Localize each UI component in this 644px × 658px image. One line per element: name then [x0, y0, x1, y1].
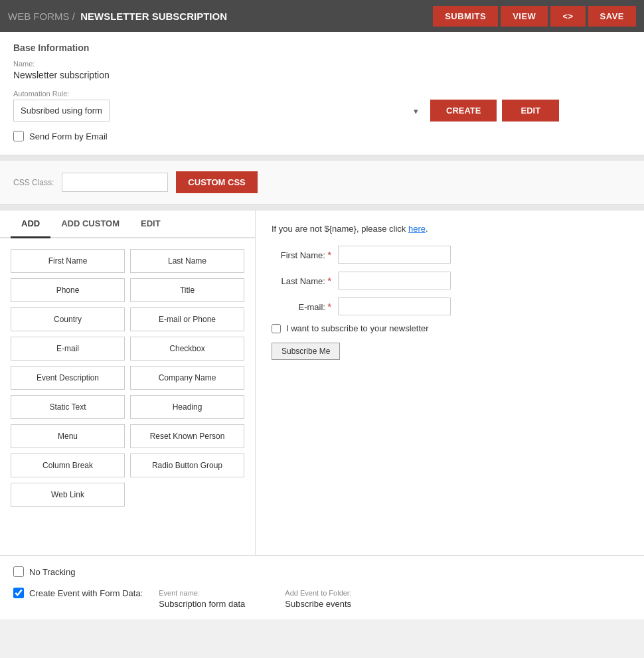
- send-email-checkbox[interactable]: [13, 131, 24, 141]
- custom-css-button[interactable]: CUSTOM CSS: [176, 171, 257, 193]
- create-event-checkbox[interactable]: [13, 588, 24, 598]
- email-label: E-mail: *: [272, 301, 338, 312]
- event-row: Create Event with Form Data: Event name:…: [13, 588, 631, 609]
- tabs: ADD ADD CUSTOM EDIT: [0, 210, 255, 238]
- field-btn-email[interactable]: E-mail: [11, 337, 125, 361]
- event-name-value: Subscription form data: [159, 599, 245, 609]
- event-name-label: Event name:: [159, 589, 245, 597]
- no-tracking-label: No Tracking: [29, 567, 75, 577]
- field-btn-event-description[interactable]: Event Description: [11, 366, 125, 390]
- last-name-label: Last Name: *: [272, 276, 338, 286]
- send-email-row: Send Form by Email: [13, 131, 631, 141]
- email-required: *: [328, 301, 331, 312]
- page-title-text: NEWSLETTER SUBSCRIPTION: [80, 11, 227, 22]
- separator-1: [0, 155, 644, 161]
- right-panel: If you are not ${name}, please click her…: [256, 210, 644, 555]
- subscribe-newsletter-checkbox[interactable]: [272, 324, 281, 333]
- field-btn-last-name[interactable]: Last Name: [130, 249, 244, 273]
- css-class-label: CSS Class:: [13, 178, 54, 187]
- first-name-row: First Name: *: [272, 246, 628, 264]
- first-name-input[interactable]: [338, 246, 451, 264]
- field-btn-empty: [130, 483, 244, 507]
- first-name-required: *: [328, 250, 331, 260]
- field-btn-radio-button-group[interactable]: Radio Button Group: [130, 453, 244, 477]
- css-class-input[interactable]: [62, 173, 168, 192]
- separator-2: [0, 205, 644, 210]
- form-preview: If you are not ${name}, please click her…: [272, 224, 628, 360]
- field-btn-column-break[interactable]: Column Break: [11, 453, 125, 477]
- no-tracking-row: No Tracking: [13, 566, 631, 577]
- breadcrumb: WEB FORMS /: [8, 11, 75, 22]
- subscribe-checkbox-row: I want to subscribe to your newsletter: [272, 323, 628, 333]
- view-button[interactable]: VIEW: [501, 6, 548, 27]
- left-panel: ADD ADD CUSTOM EDIT First Name Last Name…: [0, 210, 256, 555]
- last-name-required: *: [328, 276, 331, 286]
- subscribe-me-button[interactable]: Subscribe Me: [272, 343, 340, 360]
- edit-button[interactable]: EDIT: [502, 100, 559, 122]
- page-title: WEB FORMS / NEWSLETTER SUBSCRIPTION: [8, 11, 433, 22]
- last-name-input[interactable]: [338, 272, 451, 289]
- field-btn-menu[interactable]: Menu: [11, 424, 125, 448]
- email-input[interactable]: [338, 297, 451, 315]
- name-label: Name:: [13, 60, 631, 68]
- event-name-field: Event name: Subscription form data: [159, 589, 245, 609]
- tab-add[interactable]: ADD: [11, 210, 50, 238]
- preview-intro: If you are not ${name}, please click her…: [272, 224, 628, 234]
- header: WEB FORMS / NEWSLETTER SUBSCRIPTION SUBM…: [0, 0, 644, 32]
- send-email-label: Send Form by Email: [29, 131, 108, 141]
- field-btn-heading[interactable]: Heading: [130, 395, 244, 419]
- field-btn-first-name[interactable]: First Name: [11, 249, 125, 273]
- first-name-label: First Name: *: [272, 250, 338, 260]
- header-buttons: SUBMITS VIEW <> SAVE: [433, 6, 636, 27]
- field-btn-reset-known-person[interactable]: Reset Known Person: [130, 424, 244, 448]
- form-builder: ADD ADD CUSTOM EDIT First Name Last Name…: [0, 210, 644, 555]
- name-value: Newsletter subscription: [13, 70, 631, 80]
- automation-select-wrapper: Subsribed using form: [13, 100, 425, 122]
- here-link[interactable]: here: [408, 224, 426, 234]
- event-folder-value: Subscribe events: [285, 599, 351, 609]
- field-btn-static-text[interactable]: Static Text: [11, 395, 125, 419]
- base-information-section: Base Information Name: Newsletter subscr…: [0, 32, 644, 155]
- automation-label: Automation Rule:: [13, 90, 631, 98]
- event-folder-label: Add Event to Folder:: [285, 589, 351, 597]
- submits-button[interactable]: SUBMITS: [433, 6, 498, 27]
- create-button[interactable]: CREATE: [430, 100, 497, 122]
- event-create-row: Create Event with Form Data:: [13, 588, 143, 598]
- event-folder-field: Add Event to Folder: Subscribe events: [285, 589, 351, 609]
- field-btn-company-name[interactable]: Company Name: [130, 366, 244, 390]
- field-btn-phone[interactable]: Phone: [11, 278, 125, 302]
- no-tracking-checkbox[interactable]: [13, 566, 24, 577]
- last-name-row: Last Name: *: [272, 272, 628, 289]
- field-btn-country[interactable]: Country: [11, 307, 125, 331]
- automation-row: Subsribed using form CREATE EDIT: [13, 100, 631, 122]
- field-btn-title[interactable]: Title: [130, 278, 244, 302]
- subscribe-newsletter-label: I want to subscribe to your newsletter: [286, 323, 429, 333]
- base-info-title: Base Information: [13, 42, 631, 53]
- event-fields: Event name: Subscription form data Add E…: [159, 588, 351, 609]
- fields-grid: First Name Last Name Phone Title Country…: [0, 238, 255, 517]
- field-btn-web-link[interactable]: Web Link: [11, 483, 125, 507]
- email-row: E-mail: *: [272, 297, 628, 315]
- create-event-label: Create Event with Form Data:: [29, 588, 143, 598]
- bottom-section: No Tracking Create Event with Form Data:…: [0, 555, 644, 619]
- tab-add-custom[interactable]: ADD CUSTOM: [50, 210, 130, 238]
- automation-rule-select[interactable]: Subsribed using form: [13, 100, 110, 122]
- save-button[interactable]: SAVE: [588, 6, 636, 27]
- field-btn-checkbox[interactable]: Checkbox: [130, 337, 244, 361]
- field-btn-email-or-phone[interactable]: E-mail or Phone: [130, 307, 244, 331]
- code-button[interactable]: <>: [550, 6, 585, 27]
- css-section: CSS Class: CUSTOM CSS: [0, 161, 644, 205]
- tab-edit[interactable]: EDIT: [130, 210, 171, 238]
